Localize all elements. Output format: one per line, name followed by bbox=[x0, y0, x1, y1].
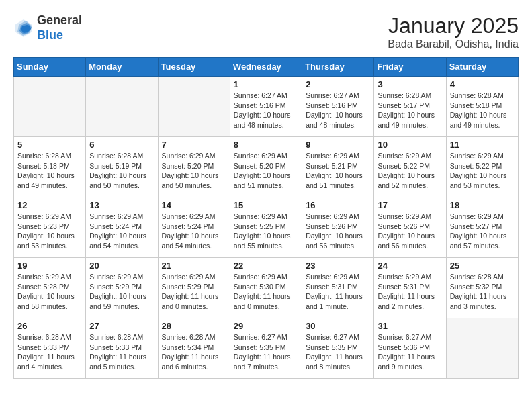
calendar-cell: 3 Sunrise: 6:28 AMSunset: 5:17 PMDayligh… bbox=[374, 77, 446, 137]
calendar-cell: 22 Sunrise: 6:29 AMSunset: 5:30 PMDaylig… bbox=[230, 258, 302, 318]
day-number: 12 bbox=[17, 200, 82, 210]
logo-icon bbox=[13, 18, 34, 38]
weekday-header: Friday bbox=[374, 58, 446, 77]
day-info: Sunrise: 6:29 AMSunset: 5:30 PMDaylight:… bbox=[234, 272, 298, 312]
day-info: Sunrise: 6:29 AMSunset: 5:20 PMDaylight:… bbox=[162, 151, 226, 191]
day-number: 2 bbox=[306, 79, 370, 89]
logo-general: General bbox=[37, 13, 82, 27]
day-info: Sunrise: 6:29 AMSunset: 5:24 PMDaylight:… bbox=[89, 212, 154, 251]
calendar-week-row: 5 Sunrise: 6:28 AMSunset: 5:18 PMDayligh… bbox=[14, 137, 519, 197]
day-number: 25 bbox=[450, 261, 515, 271]
weekday-header: Sunday bbox=[14, 58, 86, 77]
calendar-cell: 17 Sunrise: 6:29 AMSunset: 5:26 PMDaylig… bbox=[374, 197, 446, 258]
day-number: 24 bbox=[378, 261, 442, 271]
day-number: 9 bbox=[306, 140, 370, 150]
day-number: 10 bbox=[378, 140, 442, 150]
day-number: 8 bbox=[234, 140, 298, 150]
calendar-cell: 11 Sunrise: 6:29 AMSunset: 5:22 PMDaylig… bbox=[446, 137, 518, 197]
day-info: Sunrise: 6:29 AMSunset: 5:25 PMDaylight:… bbox=[234, 212, 298, 251]
calendar-cell: 15 Sunrise: 6:29 AMSunset: 5:25 PMDaylig… bbox=[230, 197, 302, 258]
day-number: 29 bbox=[234, 321, 298, 331]
day-number: 31 bbox=[378, 321, 442, 331]
calendar-cell: 29 Sunrise: 6:27 AMSunset: 5:35 PMDaylig… bbox=[230, 318, 302, 379]
day-number: 27 bbox=[89, 321, 154, 331]
day-info: Sunrise: 6:28 AMSunset: 5:17 PMDaylight:… bbox=[378, 91, 442, 130]
calendar-cell: 27 Sunrise: 6:28 AMSunset: 5:33 PMDaylig… bbox=[86, 318, 158, 379]
weekday-header-row: SundayMondayTuesdayWednesdayThursdayFrid… bbox=[14, 58, 519, 77]
calendar-week-row: 12 Sunrise: 6:29 AMSunset: 5:23 PMDaylig… bbox=[14, 197, 519, 258]
calendar-cell: 20 Sunrise: 6:29 AMSunset: 5:29 PMDaylig… bbox=[86, 258, 158, 318]
calendar-cell: 12 Sunrise: 6:29 AMSunset: 5:23 PMDaylig… bbox=[14, 197, 86, 258]
day-info: Sunrise: 6:28 AMSunset: 5:34 PMDaylight:… bbox=[162, 332, 226, 372]
day-info: Sunrise: 6:29 AMSunset: 5:27 PMDaylight:… bbox=[450, 212, 515, 251]
day-number: 16 bbox=[306, 200, 370, 210]
calendar-cell: 14 Sunrise: 6:29 AMSunset: 5:24 PMDaylig… bbox=[158, 197, 230, 258]
calendar-cell bbox=[158, 77, 230, 137]
logo-blue: Blue bbox=[37, 28, 63, 42]
calendar-cell: 2 Sunrise: 6:27 AMSunset: 5:16 PMDayligh… bbox=[302, 77, 374, 137]
day-info: Sunrise: 6:28 AMSunset: 5:18 PMDaylight:… bbox=[17, 151, 82, 191]
day-info: Sunrise: 6:29 AMSunset: 5:21 PMDaylight:… bbox=[306, 151, 370, 191]
day-number: 18 bbox=[450, 200, 515, 210]
day-number: 28 bbox=[162, 321, 226, 331]
day-number: 13 bbox=[89, 200, 154, 210]
calendar-cell: 31 Sunrise: 6:27 AMSunset: 5:36 PMDaylig… bbox=[374, 318, 446, 379]
calendar-cell: 1 Sunrise: 6:27 AMSunset: 5:16 PMDayligh… bbox=[230, 77, 302, 137]
day-info: Sunrise: 6:27 AMSunset: 5:16 PMDaylight:… bbox=[306, 91, 370, 130]
weekday-header: Tuesday bbox=[158, 58, 230, 77]
day-number: 20 bbox=[89, 261, 154, 271]
day-info: Sunrise: 6:29 AMSunset: 5:28 PMDaylight:… bbox=[17, 272, 82, 312]
weekday-header: Thursday bbox=[302, 58, 374, 77]
day-number: 26 bbox=[17, 321, 82, 331]
day-number: 17 bbox=[378, 200, 442, 210]
day-info: Sunrise: 6:27 AMSunset: 5:36 PMDaylight:… bbox=[378, 332, 442, 372]
logo: General Blue bbox=[13, 13, 82, 42]
calendar-cell: 25 Sunrise: 6:28 AMSunset: 5:32 PMDaylig… bbox=[446, 258, 518, 318]
day-info: Sunrise: 6:29 AMSunset: 5:31 PMDaylight:… bbox=[306, 272, 370, 312]
calendar-cell: 18 Sunrise: 6:29 AMSunset: 5:27 PMDaylig… bbox=[446, 197, 518, 258]
logo-text: General Blue bbox=[37, 13, 82, 42]
calendar-cell: 10 Sunrise: 6:29 AMSunset: 5:22 PMDaylig… bbox=[374, 137, 446, 197]
title-block: January 2025 Bada Barabil, Odisha, India bbox=[388, 13, 519, 50]
calendar-cell: 16 Sunrise: 6:29 AMSunset: 5:26 PMDaylig… bbox=[302, 197, 374, 258]
day-info: Sunrise: 6:28 AMSunset: 5:33 PMDaylight:… bbox=[89, 332, 154, 372]
day-info: Sunrise: 6:27 AMSunset: 5:16 PMDaylight:… bbox=[234, 91, 298, 130]
day-info: Sunrise: 6:29 AMSunset: 5:22 PMDaylight:… bbox=[450, 151, 515, 191]
day-number: 14 bbox=[162, 200, 226, 210]
day-number: 30 bbox=[306, 321, 370, 331]
day-number: 3 bbox=[378, 79, 442, 89]
day-info: Sunrise: 6:29 AMSunset: 5:22 PMDaylight:… bbox=[378, 151, 442, 191]
calendar-cell: 24 Sunrise: 6:29 AMSunset: 5:31 PMDaylig… bbox=[374, 258, 446, 318]
day-info: Sunrise: 6:28 AMSunset: 5:19 PMDaylight:… bbox=[89, 151, 154, 191]
day-info: Sunrise: 6:29 AMSunset: 5:29 PMDaylight:… bbox=[162, 272, 226, 312]
calendar-cell: 7 Sunrise: 6:29 AMSunset: 5:20 PMDayligh… bbox=[158, 137, 230, 197]
calendar-cell: 13 Sunrise: 6:29 AMSunset: 5:24 PMDaylig… bbox=[86, 197, 158, 258]
calendar-cell: 9 Sunrise: 6:29 AMSunset: 5:21 PMDayligh… bbox=[302, 137, 374, 197]
calendar-cell: 6 Sunrise: 6:28 AMSunset: 5:19 PMDayligh… bbox=[86, 137, 158, 197]
day-info: Sunrise: 6:29 AMSunset: 5:31 PMDaylight:… bbox=[378, 272, 442, 312]
calendar-table: SundayMondayTuesdayWednesdayThursdayFrid… bbox=[13, 57, 519, 379]
day-info: Sunrise: 6:29 AMSunset: 5:24 PMDaylight:… bbox=[162, 212, 226, 251]
calendar-week-row: 1 Sunrise: 6:27 AMSunset: 5:16 PMDayligh… bbox=[14, 77, 519, 137]
calendar-cell: 26 Sunrise: 6:28 AMSunset: 5:33 PMDaylig… bbox=[14, 318, 86, 379]
weekday-header: Monday bbox=[86, 58, 158, 77]
weekday-header: Wednesday bbox=[230, 58, 302, 77]
calendar-cell: 19 Sunrise: 6:29 AMSunset: 5:28 PMDaylig… bbox=[14, 258, 86, 318]
day-number: 4 bbox=[450, 79, 515, 89]
page-header: General Blue January 2025 Bada Barabil, … bbox=[13, 13, 519, 50]
day-number: 22 bbox=[234, 261, 298, 271]
month-title: January 2025 bbox=[388, 13, 519, 38]
day-info: Sunrise: 6:28 AMSunset: 5:32 PMDaylight:… bbox=[450, 272, 515, 312]
calendar-cell: 30 Sunrise: 6:27 AMSunset: 5:35 PMDaylig… bbox=[302, 318, 374, 379]
calendar-week-row: 19 Sunrise: 6:29 AMSunset: 5:28 PMDaylig… bbox=[14, 258, 519, 318]
location: Bada Barabil, Odisha, India bbox=[388, 38, 519, 50]
calendar-cell: 28 Sunrise: 6:28 AMSunset: 5:34 PMDaylig… bbox=[158, 318, 230, 379]
day-info: Sunrise: 6:27 AMSunset: 5:35 PMDaylight:… bbox=[234, 332, 298, 372]
day-info: Sunrise: 6:28 AMSunset: 5:33 PMDaylight:… bbox=[17, 332, 82, 372]
day-info: Sunrise: 6:29 AMSunset: 5:29 PMDaylight:… bbox=[89, 272, 154, 312]
day-number: 5 bbox=[17, 140, 82, 150]
calendar-cell bbox=[86, 77, 158, 137]
calendar-cell: 21 Sunrise: 6:29 AMSunset: 5:29 PMDaylig… bbox=[158, 258, 230, 318]
calendar-cell: 4 Sunrise: 6:28 AMSunset: 5:18 PMDayligh… bbox=[446, 77, 518, 137]
day-number: 7 bbox=[162, 140, 226, 150]
